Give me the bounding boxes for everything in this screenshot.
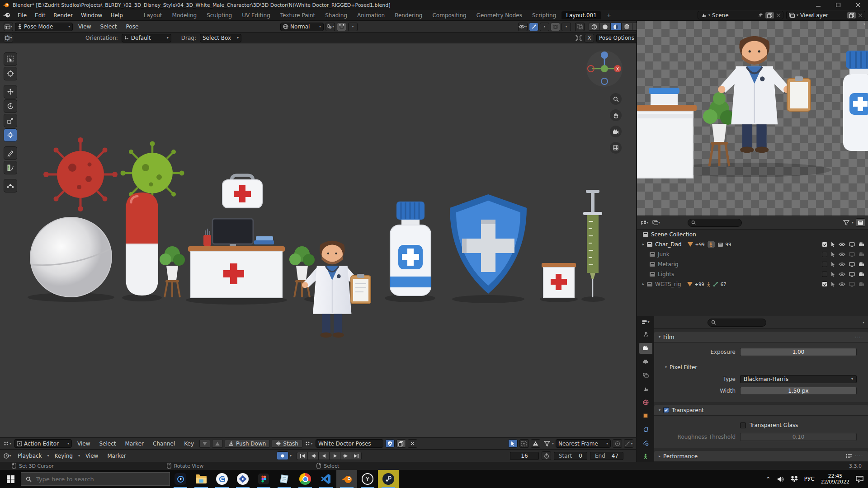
outliner-row-wgts-rig[interactable]: ▸ WGTS_rig +99 67 xyxy=(637,279,868,289)
tab-uv-editing[interactable]: UV Editing xyxy=(237,11,275,19)
filter-chevron-icon[interactable]: ▾ xyxy=(852,221,854,225)
properties-editor-type-button[interactable]: ▾ xyxy=(641,318,651,327)
action-name-field[interactable]: White Doctor Poses xyxy=(316,439,383,448)
jump-next-keyframe-button[interactable] xyxy=(340,452,351,460)
show-hidden-button[interactable] xyxy=(519,439,529,448)
filter-icon[interactable] xyxy=(843,220,849,225)
tab-sculpting[interactable]: Sculpting xyxy=(202,11,236,19)
medicine-bottle[interactable] xyxy=(390,202,431,296)
shading-wireframe-button[interactable] xyxy=(589,23,599,31)
shading-material-preview-button[interactable] xyxy=(610,23,621,31)
tool-pose-breakdowner[interactable] xyxy=(4,179,17,192)
outliner-row-scene-collection[interactable]: Scene Collection xyxy=(637,230,868,239)
tl-menu-view[interactable]: View xyxy=(82,453,102,459)
play-button[interactable] xyxy=(329,452,340,460)
dope-menu-marker[interactable]: Marker xyxy=(122,441,147,447)
editor-type-button[interactable]: ▾ xyxy=(4,23,13,31)
tool-measure[interactable] xyxy=(4,161,17,174)
dope-menu-select[interactable]: Select xyxy=(95,441,119,447)
minimize-button[interactable] xyxy=(808,0,828,10)
mode-selector[interactable]: Pose Mode ▾ xyxy=(15,23,73,31)
transparent-panel-header[interactable]: ▾ Transparent xyxy=(654,405,868,416)
play-reverse-button[interactable] xyxy=(318,452,329,460)
taskbar-app-browser-g[interactable] xyxy=(212,470,232,488)
potted-plant-right[interactable] xyxy=(289,246,315,297)
tab-world[interactable] xyxy=(639,397,652,408)
monitor-icon[interactable] xyxy=(849,252,855,257)
monitor-icon[interactable] xyxy=(849,282,855,287)
add-workspace-button[interactable]: + xyxy=(602,11,616,19)
tab-texture-paint[interactable]: Texture Paint xyxy=(276,11,320,19)
camera-icon[interactable] xyxy=(859,282,864,286)
pivot-point-button[interactable]: ▾ xyxy=(326,23,335,31)
timeline-editor-type-button[interactable]: ▾ xyxy=(3,451,12,460)
virus-red[interactable] xyxy=(43,137,118,211)
capsule[interactable] xyxy=(126,192,158,296)
shading-solid-button[interactable] xyxy=(599,23,610,31)
camera-icon[interactable] xyxy=(859,252,864,257)
tab-layout-001[interactable]: Layout.001 xyxy=(561,11,601,19)
close-button[interactable] xyxy=(848,0,868,10)
dopesheet-mode-selector[interactable]: Action Editor ▾ xyxy=(14,439,72,448)
expand-arrow-icon[interactable]: ▸ xyxy=(642,282,644,286)
outliner-search-input[interactable] xyxy=(698,219,738,226)
medicine-cabinet[interactable] xyxy=(542,263,576,297)
preview-clipboard[interactable] xyxy=(787,76,811,111)
fake-user-button[interactable] xyxy=(385,439,395,448)
frame-end-field[interactable]: End47 xyxy=(590,452,623,460)
only-selected-channels-button[interactable] xyxy=(508,439,518,448)
new-view-layer-button[interactable] xyxy=(847,12,856,19)
tab-scene[interactable] xyxy=(639,384,652,394)
tab-layout[interactable]: Layout xyxy=(139,11,167,19)
volume-icon[interactable] xyxy=(777,476,784,482)
taskbar-app-media-player[interactable] xyxy=(170,470,191,488)
auto-keying-button[interactable] xyxy=(277,451,288,460)
new-scene-button[interactable] xyxy=(765,12,774,19)
syringe[interactable] xyxy=(583,190,602,297)
clipboard[interactable] xyxy=(351,274,371,304)
preset-list-icon[interactable] xyxy=(846,454,852,459)
menu-edit[interactable]: Edit xyxy=(31,12,49,19)
tab-output[interactable] xyxy=(639,357,652,367)
expand-arrow-icon[interactable]: ▸ xyxy=(642,243,644,246)
jump-prev-keyframe-button[interactable] xyxy=(307,452,318,460)
taskbar-search[interactable] xyxy=(21,472,170,486)
ortho-grid-icon[interactable] xyxy=(610,142,622,154)
monitor[interactable] xyxy=(212,219,253,244)
taskbar-app-blender[interactable] xyxy=(336,470,357,488)
active-tool-icon-button[interactable]: ▾ xyxy=(4,34,13,42)
tab-render[interactable] xyxy=(639,343,652,354)
object-type-visibility-button[interactable]: ▾ xyxy=(518,23,528,31)
taskbar-app-notes[interactable] xyxy=(274,470,295,488)
dope-menu-channel[interactable]: Channel xyxy=(149,441,179,447)
outliner-display-mode-button[interactable]: ▾ xyxy=(651,218,661,227)
menu-file[interactable]: File xyxy=(14,12,31,19)
keying-set-chevron[interactable]: ▾ xyxy=(290,454,292,458)
camera-icon[interactable] xyxy=(859,242,864,247)
properties-filter-icon[interactable]: ▾ xyxy=(863,321,864,324)
books[interactable] xyxy=(254,240,274,244)
taskbar-search-input[interactable] xyxy=(35,475,148,483)
selectable-icon[interactable] xyxy=(831,252,835,257)
show-errors-button[interactable] xyxy=(531,439,540,448)
taskbar-app-steam[interactable] xyxy=(378,470,399,488)
taskbar-app-figma[interactable] xyxy=(253,470,274,488)
tab-animation[interactable]: Animation xyxy=(353,11,389,19)
preview-bottle[interactable] xyxy=(843,51,868,151)
language-indicator[interactable]: РУС xyxy=(804,476,815,482)
properties-search[interactable] xyxy=(708,319,766,327)
menu-pose[interactable]: Pose xyxy=(123,23,142,30)
performance-panel-header[interactable]: ▸ Performance :::: xyxy=(654,451,868,462)
tool-transform[interactable] xyxy=(4,128,17,142)
tl-menu-marker[interactable]: Marker xyxy=(104,453,129,459)
tab-compositing[interactable]: Compositing xyxy=(428,11,471,19)
menu-window[interactable]: Window xyxy=(77,12,106,19)
tool-rotate[interactable] xyxy=(4,99,17,113)
tab-object[interactable] xyxy=(639,410,652,421)
selectable-icon[interactable] xyxy=(831,242,835,247)
menu-view[interactable]: View xyxy=(75,23,94,30)
pen-cup[interactable] xyxy=(203,235,211,246)
tool-scale[interactable] xyxy=(4,114,17,127)
snap-settings-button[interactable]: ▾ xyxy=(348,23,358,31)
jump-to-end-button[interactable] xyxy=(351,452,362,460)
